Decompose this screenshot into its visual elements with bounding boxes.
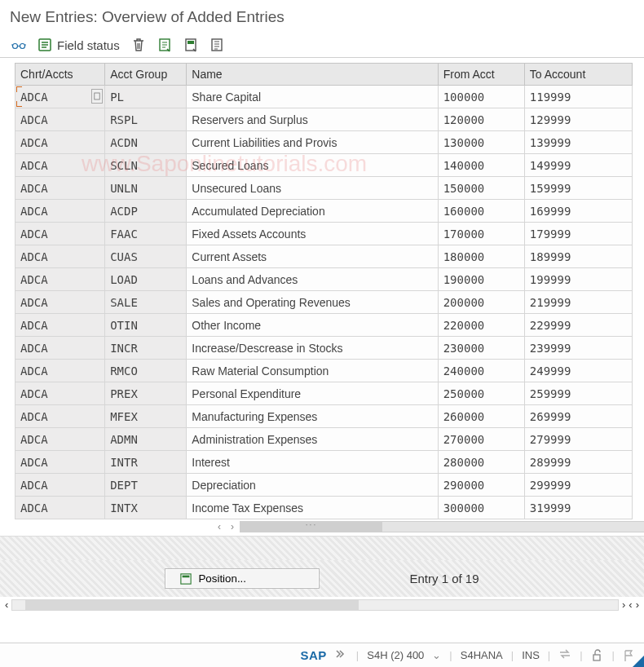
cell-chrt[interactable]: ADCA <box>15 177 105 200</box>
table-row[interactable]: ADCAPLShare Capital100000119999 <box>15 86 633 108</box>
cell-chrt[interactable]: ADCA <box>15 451 105 474</box>
cell-from[interactable]: 140000 <box>438 154 524 177</box>
scroll-right-icon[interactable]: › <box>227 521 238 532</box>
cell-to[interactable]: 179999 <box>524 223 632 245</box>
table-row[interactable]: ADCAINTXIncome Tax Expenses300000319999 <box>15 497 633 519</box>
cell-name[interactable]: Personal Expenditure <box>187 382 438 405</box>
scroll-right-icon[interactable]: › <box>636 599 639 611</box>
cell-to[interactable]: 299999 <box>524 474 632 497</box>
cell-name[interactable]: Other Income <box>187 314 438 337</box>
cell-group[interactable]: LOAD <box>105 268 187 291</box>
cell-from[interactable]: 220000 <box>438 314 524 337</box>
cell-chrt[interactable]: ADCA <box>15 405 105 428</box>
scroll-right-icon[interactable]: › <box>622 599 625 611</box>
cell-name[interactable]: Fixed Assets Accounts <box>187 223 438 245</box>
scroll-left-icon[interactable]: ‹ <box>629 599 632 611</box>
cell-chrt[interactable]: ADCA <box>15 86 105 108</box>
cell-from[interactable]: 180000 <box>438 245 524 268</box>
cell-chrt[interactable]: ADCA <box>15 314 105 337</box>
cell-to[interactable]: 199999 <box>524 268 632 291</box>
table-horizontal-scrollbar[interactable]: ‹ › <box>214 521 644 532</box>
cell-group[interactable]: SALE <box>105 291 187 314</box>
table-row[interactable]: ADCAADMNAdministration Expenses270000279… <box>15 428 633 451</box>
select-all-icon[interactable] <box>157 38 172 52</box>
table-row[interactable]: ADCAMFEXManufacturing Expenses2600002699… <box>15 405 633 428</box>
col-name[interactable]: Name <box>187 64 438 86</box>
cell-chrt[interactable]: ADCA <box>15 382 105 405</box>
cell-group[interactable]: FAAC <box>105 223 187 245</box>
cell-name[interactable]: Increase/Descrease in Stocks <box>187 337 438 360</box>
cell-chrt[interactable]: ADCA <box>15 200 105 223</box>
cell-to[interactable]: 139999 <box>524 131 632 154</box>
cell-name[interactable]: Income Tax Expenses <box>187 497 438 519</box>
cell-to[interactable]: 159999 <box>524 177 632 200</box>
unlock-icon[interactable] <box>591 649 604 662</box>
cell-name[interactable]: Reservers and Surplus <box>187 108 438 131</box>
table-row[interactable]: ADCARSPLReservers and Surplus12000012999… <box>15 108 633 131</box>
cell-to[interactable]: 249999 <box>524 360 632 382</box>
cell-from[interactable]: 250000 <box>438 382 524 405</box>
cell-group[interactable]: ACDN <box>105 131 187 154</box>
cell-from[interactable]: 100000 <box>438 86 524 108</box>
table-row[interactable]: ADCAACDPAccumulated Depreciation16000016… <box>15 200 633 223</box>
cell-to[interactable]: 259999 <box>524 382 632 405</box>
cell-name[interactable]: Loans and Advances <box>187 268 438 291</box>
cell-to[interactable]: 149999 <box>524 154 632 177</box>
col-from[interactable]: From Acct <box>438 64 524 86</box>
cell-chrt[interactable]: ADCA <box>15 223 105 245</box>
delete-icon[interactable] <box>131 38 146 52</box>
cell-to[interactable]: 239999 <box>524 337 632 360</box>
table-row[interactable]: ADCARMCORaw Material Consumption24000024… <box>15 360 633 382</box>
cell-chrt[interactable]: ADCA <box>15 245 105 268</box>
cell-group[interactable]: RMCO <box>105 360 187 382</box>
cell-name[interactable]: Sales and Operating Revenues <box>187 291 438 314</box>
cell-from[interactable]: 300000 <box>438 497 524 519</box>
cell-name[interactable]: Current Assets <box>187 245 438 268</box>
cell-group[interactable]: CUAS <box>105 245 187 268</box>
cell-group[interactable]: PREX <box>105 382 187 405</box>
scrollbar-track[interactable] <box>11 599 619 611</box>
cell-name[interactable]: Share Capital <box>187 86 438 108</box>
scrollbar-track[interactable] <box>240 521 644 532</box>
scrollbar-thumb[interactable] <box>25 600 358 610</box>
cell-group[interactable]: INTX <box>105 497 187 519</box>
cell-chrt[interactable]: ADCA <box>15 291 105 314</box>
cell-to[interactable]: 169999 <box>524 200 632 223</box>
cell-to[interactable]: 229999 <box>524 314 632 337</box>
cell-name[interactable]: Manufacturing Expenses <box>187 405 438 428</box>
scrollbar-thumb[interactable] <box>240 522 382 532</box>
table-row[interactable]: ADCASALESales and Operating Revenues2000… <box>15 291 633 314</box>
cell-to[interactable]: 319999 <box>524 497 632 519</box>
cell-chrt[interactable]: ADCA <box>15 428 105 451</box>
table-row[interactable]: ADCAACDNCurrent Liabilities and Provis13… <box>15 131 633 154</box>
cell-name[interactable]: Current Liabilities and Provis <box>187 131 438 154</box>
deselect-all-icon[interactable] <box>210 38 224 52</box>
cell-chrt[interactable]: ADCA <box>15 497 105 519</box>
cell-to[interactable]: 219999 <box>524 291 632 314</box>
cell-from[interactable]: 270000 <box>438 428 524 451</box>
cell-group[interactable]: OTIN <box>105 314 187 337</box>
cell-group[interactable]: UNLN <box>105 177 187 200</box>
f4-help-icon[interactable] <box>91 89 103 104</box>
table-row[interactable]: ADCAPREXPersonal Expenditure250000259999 <box>15 382 633 405</box>
cell-from[interactable]: 290000 <box>438 474 524 497</box>
cell-from[interactable]: 200000 <box>438 291 524 314</box>
cell-chrt[interactable]: ADCA <box>15 474 105 497</box>
scroll-left-icon[interactable]: ‹ <box>5 599 8 611</box>
cell-chrt[interactable]: ADCA <box>15 360 105 382</box>
cell-name[interactable]: Administration Expenses <box>187 428 438 451</box>
cell-name[interactable]: Raw Material Consumption <box>187 360 438 382</box>
cell-group[interactable]: SCLN <box>105 154 187 177</box>
cell-name[interactable]: Secured Loans <box>187 154 438 177</box>
table-row[interactable]: ADCAFAACFixed Assets Accounts17000017999… <box>15 223 633 245</box>
cell-group[interactable]: INCR <box>105 337 187 360</box>
col-group[interactable]: Acct Group <box>105 64 187 86</box>
cell-to[interactable]: 289999 <box>524 451 632 474</box>
cell-from[interactable]: 130000 <box>438 131 524 154</box>
status-system[interactable]: S4H (2) 400 <box>367 649 424 661</box>
table-row[interactable]: ADCAOTINOther Income220000229999 <box>15 314 633 337</box>
table-row[interactable]: ADCASCLNSecured Loans140000149999 <box>15 154 633 177</box>
cell-name[interactable]: Depreciation <box>187 474 438 497</box>
select-block-icon[interactable] <box>183 38 198 52</box>
table-row[interactable]: ADCALOADLoans and Advances190000199999 <box>15 268 633 291</box>
